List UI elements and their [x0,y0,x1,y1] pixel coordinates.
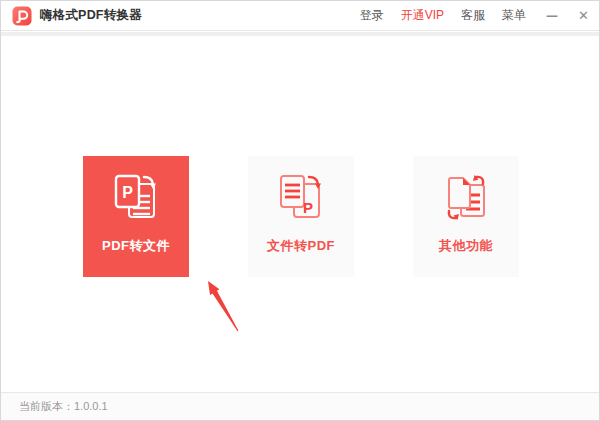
other-functions-icon [439,171,493,225]
card-label: PDF转文件 [83,237,189,255]
app-title: 嗨格式PDF转换器 [40,7,142,24]
card-file-to-pdf[interactable]: P 文件转PDF [248,156,354,277]
main-content: P PDF转文件 P 文件转PDF [1,36,599,392]
titlebar: 嗨格式PDF转换器 登录 开通VIP 客服 菜单 — ✕ [1,1,599,31]
minimize-button[interactable]: — [546,10,558,22]
status-bar: 当前版本：1.0.0.1 [1,392,599,420]
version-text: 当前版本：1.0.0.1 [19,399,108,414]
card-label: 其他功能 [413,237,519,255]
app-logo-icon [12,6,32,26]
menu-item-menu[interactable]: 菜单 [502,7,526,24]
svg-text:P: P [122,184,133,201]
menu-item-support[interactable]: 客服 [461,7,485,24]
annotation-arrow-icon [191,273,251,337]
card-other-functions[interactable]: 其他功能 [413,156,519,277]
titlebar-menu: 登录 开通VIP 客服 菜单 — ✕ [343,7,589,24]
menu-item-open-vip[interactable]: 开通VIP [401,7,444,24]
pdf-to-file-icon: P [109,171,163,225]
svg-text:P: P [303,199,313,216]
menu-item-login[interactable]: 登录 [360,7,384,24]
card-pdf-to-file[interactable]: P PDF转文件 [83,156,189,277]
card-label: 文件转PDF [248,237,354,255]
close-button[interactable]: ✕ [578,9,589,22]
app-window: 嗨格式PDF转换器 登录 开通VIP 客服 菜单 — ✕ P [0,0,600,421]
file-to-pdf-icon: P [274,171,328,225]
